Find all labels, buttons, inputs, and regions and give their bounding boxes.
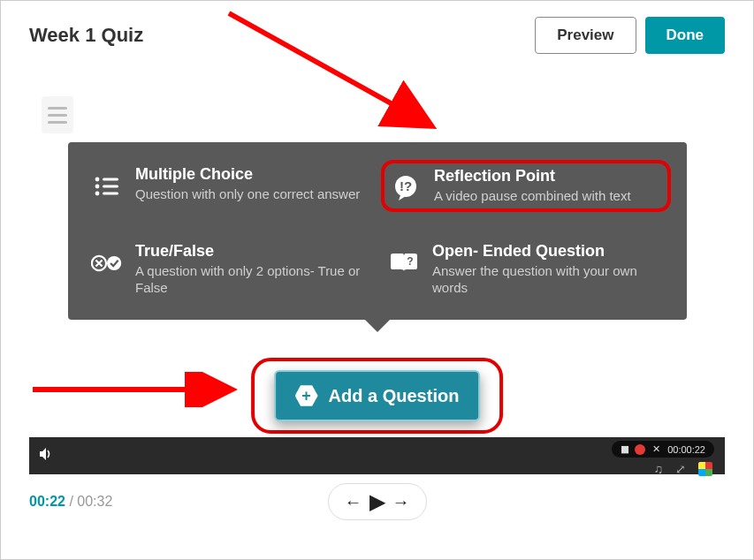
svg-text:!?: !?	[400, 178, 412, 193]
next-button[interactable]: →	[392, 492, 410, 512]
expand-icon[interactable]: ⤢	[675, 462, 686, 476]
playback-controls: 00:22 / 00:32 ← ▶ →	[29, 494, 725, 510]
video-tool-icons: ♫ ⤢	[654, 462, 713, 476]
option-reflection-point[interactable]: !? Reflection Point A video pause combin…	[381, 160, 671, 212]
x-check-icon	[91, 247, 123, 279]
play-button[interactable]: ▶	[369, 489, 385, 514]
svg-point-9	[107, 255, 121, 269]
recording-overlay: ▮▮ ✕ 00:00:22	[612, 441, 714, 458]
close-icon[interactable]: ✕	[652, 443, 660, 455]
option-desc: A video pause combined with text	[434, 187, 631, 205]
svg-line-11	[229, 13, 432, 126]
add-question-button[interactable]: + Add a Question	[274, 370, 481, 421]
preview-button[interactable]: Preview	[535, 17, 636, 54]
option-title: Reflection Point	[434, 167, 631, 185]
duration: 00:32	[77, 494, 112, 509]
svg-rect-4	[103, 185, 118, 188]
overlay-time: 00:00:22	[667, 444, 705, 455]
speech-exclaim-icon: !?	[390, 172, 422, 204]
bullet-list-icon	[91, 170, 123, 202]
page-title: Week 1 Quiz	[29, 24, 143, 47]
video-controls-bar: ▮▮ ✕ 00:00:22 ♫ ⤢	[29, 437, 725, 474]
option-multiple-choice[interactable]: Multiple Choice Question with only one c…	[84, 160, 374, 212]
svg-rect-3	[103, 178, 118, 181]
option-desc: A question with only 2 options- True or …	[135, 262, 367, 297]
option-title: Open- Ended Question	[432, 242, 664, 261]
svg-point-0	[95, 178, 100, 182]
option-open-ended[interactable]: ? Open- Ended Question Answer the questi…	[381, 237, 671, 302]
svg-text:?: ?	[407, 255, 413, 268]
svg-point-1	[95, 185, 100, 189]
pause-icon[interactable]: ▮▮	[621, 443, 628, 455]
option-desc: Question with only one correct answer	[135, 185, 360, 203]
play-group: ← ▶ →	[328, 483, 427, 520]
option-true-false[interactable]: True/False A question with only 2 option…	[84, 237, 374, 302]
record-icon	[635, 444, 645, 455]
music-icon[interactable]: ♫	[654, 462, 664, 476]
add-question-label: Add a Question	[329, 386, 460, 406]
hamburger-icon[interactable]	[42, 96, 73, 133]
annotation-arrow-1	[211, 3, 459, 144]
option-title: True/False	[135, 242, 367, 261]
volume-icon[interactable]	[38, 446, 54, 465]
annotation-arrow-2	[29, 372, 250, 407]
book-question-icon: ?	[388, 247, 420, 279]
option-desc: Answer the question with your own words	[432, 262, 664, 297]
question-type-popover: Multiple Choice Question with only one c…	[68, 142, 687, 320]
option-title: Multiple Choice	[135, 165, 360, 184]
svg-rect-5	[103, 193, 118, 195]
plus-icon: +	[295, 384, 318, 407]
prev-button[interactable]: ←	[345, 492, 362, 512]
svg-point-2	[95, 192, 100, 196]
current-time: 00:22	[29, 494, 65, 509]
time-display: 00:22 / 00:32	[29, 494, 112, 510]
done-button[interactable]: Done	[645, 17, 726, 54]
header-buttons: Preview Done	[535, 17, 725, 54]
app-logo-icon	[698, 462, 712, 476]
add-question-highlight: + Add a Question	[251, 358, 504, 434]
